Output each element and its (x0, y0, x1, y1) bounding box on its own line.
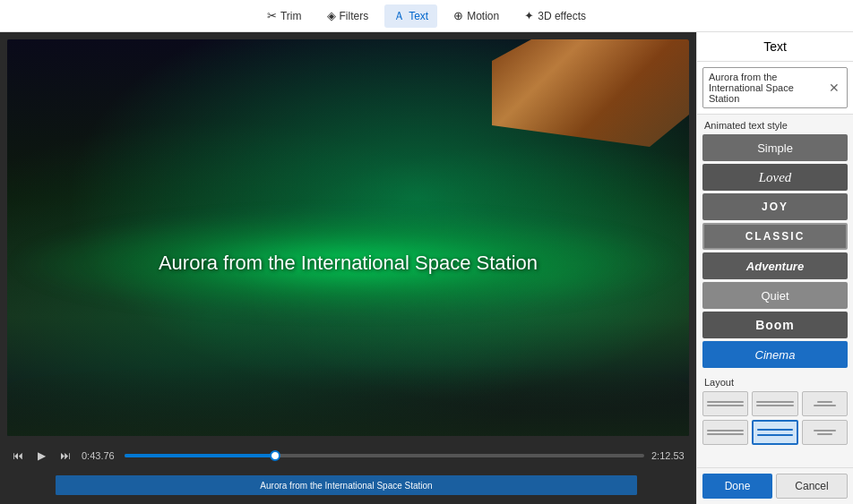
clip-start-marker[interactable] (56, 475, 63, 495)
text-icon: Ａ (393, 8, 405, 24)
motion-icon: ⊕ (453, 9, 463, 22)
layout-btn-6[interactable] (802, 420, 848, 445)
timeline-track[interactable] (125, 454, 644, 457)
filters-icon: ◈ (327, 9, 336, 22)
playback-controls: ⏮ ▶ ⏭ 0:43.76 2:12.53 (7, 441, 689, 470)
cancel-button[interactable]: Cancel (776, 474, 848, 499)
style-simple-button[interactable]: Simple (702, 134, 848, 161)
text-input-value: Aurora from the International Space Stat… (709, 72, 827, 104)
text-label: Text (409, 10, 428, 22)
style-classic-button[interactable]: CLASSIC (702, 223, 848, 250)
done-button[interactable]: Done (702, 474, 772, 499)
timeline-progress (125, 454, 275, 457)
layout-btn-1[interactable] (702, 391, 748, 416)
current-time: 0:43.76 (82, 450, 117, 461)
trim-label: Trim (280, 10, 302, 22)
style-buttons: Simple Loved JOY CLASSIC Adventure Quiet… (697, 134, 853, 373)
action-buttons: Done Cancel (697, 467, 853, 504)
3d-label: 3D effects (538, 10, 586, 22)
filters-label: Filters (340, 10, 369, 22)
step-back-button[interactable]: ⏮ (9, 448, 27, 464)
toolbar: ✂ Trim ◈ Filters Ａ Text ⊕ Motion ✦ 3D ef… (0, 0, 853, 32)
trim-button[interactable]: ✂ Trim (258, 5, 311, 26)
layout-btn-2[interactable] (752, 391, 797, 416)
panel-title: Text (697, 32, 853, 62)
video-container[interactable]: Aurora from the International Space Stat… (7, 39, 689, 436)
style-boom-button[interactable]: Boom (702, 312, 848, 338)
clear-text-button[interactable]: ✕ (827, 81, 841, 95)
3d-icon: ✦ (524, 9, 534, 22)
motion-label: Motion (467, 10, 499, 22)
timeline-handle[interactable] (270, 450, 280, 461)
timeline-container[interactable] (125, 445, 644, 466)
motion-button[interactable]: ⊕ Motion (444, 5, 508, 26)
text-button[interactable]: Ａ Text (384, 4, 437, 28)
layout-btn-4[interactable] (702, 420, 748, 445)
total-time: 2:12.53 (651, 450, 687, 461)
right-panel: Text Aurora from the International Space… (696, 32, 853, 504)
clip-end-marker[interactable] (630, 475, 637, 495)
style-quiet-button[interactable]: Quiet (702, 282, 848, 309)
main-area: Aurora from the International Space Stat… (0, 32, 853, 504)
scrubber-row: Aurora from the International Space Stat… (7, 475, 689, 497)
earth-curve (7, 364, 689, 436)
text-input-box[interactable]: Aurora from the International Space Stat… (702, 67, 848, 108)
style-adventure-button[interactable]: Adventure (702, 252, 848, 279)
layout-grid (697, 391, 853, 450)
play-button[interactable]: ▶ (34, 448, 49, 464)
style-cinema-button[interactable]: Cinema (702, 341, 848, 368)
video-title-overlay: Aurora from the International Space Stat… (7, 250, 689, 278)
style-loved-button[interactable]: Loved (702, 164, 848, 191)
trim-icon: ✂ (267, 9, 277, 22)
layout-btn-3[interactable] (802, 391, 848, 416)
clip-label: Aurora from the International Space Stat… (260, 481, 432, 491)
clip-bar[interactable]: Aurora from the International Space Stat… (56, 475, 637, 495)
clip-timeline[interactable]: Aurora from the International Space Stat… (52, 475, 641, 495)
step-forward-button[interactable]: ⏭ (56, 448, 74, 464)
animated-style-label: Animated text style (697, 115, 853, 134)
filters-button[interactable]: ◈ Filters (318, 5, 378, 26)
3d-effects-button[interactable]: ✦ 3D effects (515, 5, 595, 26)
text-input-area: Aurora from the International Space Stat… (697, 62, 853, 115)
video-area: Aurora from the International Space Stat… (0, 32, 696, 504)
layout-label: Layout (697, 373, 853, 391)
style-joy-button[interactable]: JOY (702, 193, 848, 220)
layout-btn-5[interactable] (752, 420, 797, 445)
